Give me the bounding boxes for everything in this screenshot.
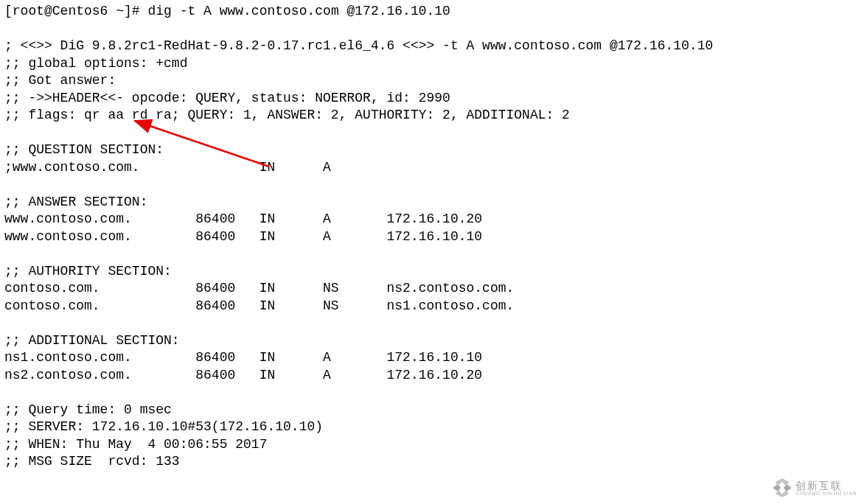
watermark-logo-icon bbox=[770, 476, 794, 500]
server-line: ;; SERVER: 172.16.10.10#53(172.16.10.10) bbox=[4, 419, 323, 434]
global-options: ;; global options: +cmd bbox=[4, 56, 187, 71]
authority-row: contoso.com. 86400 IN NS ns2.contoso.com… bbox=[4, 281, 514, 295]
msg-size: ;; MSG SIZE rcvd: 133 bbox=[4, 454, 180, 469]
question-row: ;www.contoso.com. IN A bbox=[4, 160, 331, 175]
query-time: ;; Query time: 0 msec bbox=[4, 402, 172, 417]
shell-prompt: [root@Centos6 ~]# bbox=[4, 4, 147, 18]
additional-row: ns2.contoso.com. 86400 IN A 172.16.10.20 bbox=[4, 368, 482, 382]
flags-line: ;; flags: qr aa rd ra; QUERY: 1, ANSWER:… bbox=[4, 108, 570, 122]
answer-row: www.contoso.com. 86400 IN A 172.16.10.20 bbox=[4, 211, 482, 226]
watermark-py: CHUANG XIN HU LIAN bbox=[795, 491, 857, 496]
watermark-cn: 创新互联 bbox=[795, 480, 857, 491]
answer-section-title: ;; ANSWER SECTION: bbox=[4, 195, 147, 209]
when-line: ;; WHEN: Thu May 4 00:06:55 2017 bbox=[4, 437, 267, 452]
answer-row: www.contoso.com. 86400 IN A 172.16.10.10 bbox=[4, 229, 482, 244]
dig-banner: ; <<>> DiG 9.8.2rc1-RedHat-9.8.2-0.17.rc… bbox=[4, 38, 713, 53]
authority-row: contoso.com. 86400 IN NS ns1.contoso.com… bbox=[4, 298, 514, 313]
watermark-text: 创新互联 CHUANG XIN HU LIAN bbox=[795, 480, 857, 496]
question-section-title: ;; QUESTION SECTION: bbox=[4, 142, 164, 157]
watermark: 创新互联 CHUANG XIN HU LIAN bbox=[770, 476, 857, 500]
dig-command: dig -t A www.contoso.com @172.16.10.10 bbox=[147, 4, 450, 18]
authority-section-title: ;; AUTHORITY SECTION: bbox=[4, 264, 172, 279]
header-line: ;; ->>HEADER<<- opcode: QUERY, status: N… bbox=[4, 91, 450, 105]
got-answer: ;; Got answer: bbox=[4, 73, 116, 88]
additional-row: ns1.contoso.com. 86400 IN A 172.16.10.10 bbox=[4, 350, 482, 365]
additional-section-title: ;; ADDITIONAL SECTION: bbox=[4, 333, 180, 348]
terminal-output: [root@Centos6 ~]# dig -t A www.contoso.c… bbox=[0, 0, 861, 471]
